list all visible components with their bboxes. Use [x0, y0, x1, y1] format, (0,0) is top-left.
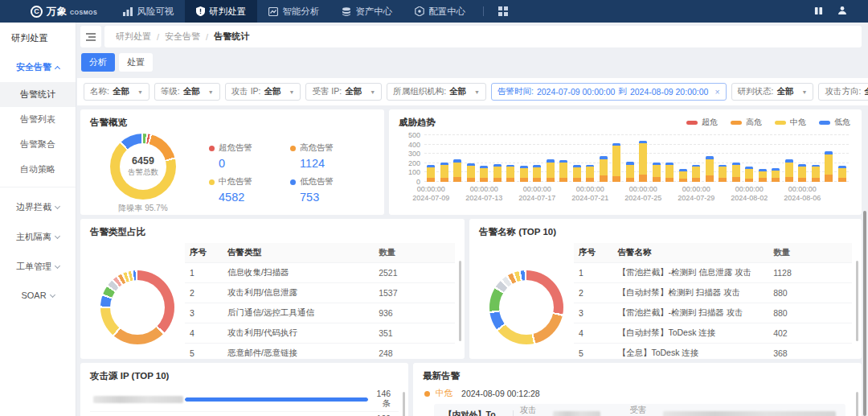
trend-bar: [547, 159, 555, 182]
trend-legend-低危[interactable]: 低危: [819, 117, 850, 128]
sidebar-group-工单管理[interactable]: 工单管理: [0, 252, 76, 282]
alert-event-name: 【内对外】ToDe...: [444, 410, 506, 416]
sidebar-group-主机隔离[interactable]: 主机隔离: [0, 222, 76, 252]
close-icon[interactable]: ×: [714, 87, 719, 97]
sidebar-divider: [0, 187, 76, 187]
nav-menu: 风险可视研判处置智能分析资产中心配置中心: [112, 0, 477, 23]
alert-type-table: 序号 告警类型 数量 1信息收集/扫描器25212攻击利用/信息泄露15373后…: [185, 243, 455, 363]
nav-divider: [483, 6, 484, 16]
legend-pill: [686, 121, 698, 125]
breadcrumb-item[interactable]: 研判处置: [116, 31, 151, 43]
x-axis-tick: 00:00:002024-07-13: [465, 185, 502, 203]
table-row: 5【全息】ToDesk 连接368: [574, 344, 852, 364]
nav-item-研判处置[interactable]: 研判处置: [185, 0, 257, 23]
legend-item-中危告警: 中危告警4582: [209, 176, 287, 204]
filter-select-研判状态[interactable]: 研判状态:全部▼: [731, 83, 814, 101]
legend-dot: [290, 179, 296, 185]
table-scrollbar[interactable]: [459, 261, 461, 341]
breadcrumb-separator: /: [157, 32, 159, 42]
alert-type-donut-chart: [100, 270, 174, 344]
filter-select-攻击方向[interactable]: 攻击方向:全部▼: [818, 83, 868, 101]
trend-bar: [467, 163, 475, 182]
caret-down-icon: ▼: [801, 89, 807, 95]
caret-down-icon: ▼: [474, 89, 480, 95]
breadcrumb-item[interactable]: 安全告警: [165, 31, 200, 43]
filter-select-攻击IP[interactable]: 攻击 IP:全部▼: [225, 83, 301, 101]
filter-select-等级[interactable]: 等级:全部▼: [154, 83, 220, 101]
noise-reduction: 降噪率 95.7%: [95, 203, 191, 214]
filter-time-range[interactable]: 告警时间:2024-07-09 00:00:00到2024-08-09 20:0…: [491, 83, 727, 101]
apps-grid-icon[interactable]: [490, 0, 516, 23]
redacted-attack-ip: [553, 411, 600, 416]
latest-alert-item[interactable]: 【内对外】ToDe... 攻击 IP: → 受害 IP:: [434, 404, 845, 416]
sidebar-subitems: 告警统计告警列表告警聚合自动策略: [0, 82, 76, 182]
trend-bar: [533, 165, 541, 182]
sidebar-group-边界拦截[interactable]: 边界拦截: [0, 192, 76, 222]
caret-down-icon: ▼: [208, 89, 214, 95]
trend-bar: [692, 165, 700, 182]
sidebar-groups: 边界拦截主机隔离工单管理SOAR: [0, 192, 76, 309]
trend-bar: [506, 165, 514, 182]
trend-legend-超危[interactable]: 超危: [686, 117, 718, 128]
nav-item-风险可视[interactable]: 风险可视: [112, 0, 185, 23]
trend-legend-高危[interactable]: 高危: [731, 117, 762, 128]
legend-dot: [209, 146, 215, 151]
filter-select-名称[interactable]: 名称:全部▼: [84, 83, 149, 101]
nav-item-资产中心[interactable]: 资产中心: [330, 0, 403, 23]
user-icon[interactable]: [837, 4, 847, 19]
trend-bar: [825, 151, 833, 182]
tab-处置[interactable]: 处置: [119, 53, 153, 72]
trend-bar: [759, 169, 767, 182]
table-scrollbar[interactable]: [403, 392, 405, 416]
table-row: 3【雷池拦截】-检测到 扫描器 攻击880: [574, 303, 852, 323]
trend-bar: [612, 143, 620, 182]
breadcrumb-row: 研判处置 / 安全告警 / 告警统计: [80, 26, 862, 47]
caret-down-icon: ▼: [137, 89, 143, 95]
collapse-sidebar-button[interactable]: [80, 26, 101, 47]
caret-down-icon: ▼: [370, 89, 375, 95]
trend-bar: [812, 165, 820, 182]
sidebar-group-security-alerts[interactable]: 安全告警: [0, 52, 76, 82]
attack-source-ip-card: 攻击源 IP (TOP 10) 146 条109 条: [80, 363, 408, 416]
sidebar-item-告警聚合[interactable]: 告警聚合: [0, 132, 76, 157]
severity-label: 中危: [436, 388, 452, 399]
chart-icon: [123, 7, 133, 16]
divider: [513, 410, 514, 416]
sidebar-item-告警统计[interactable]: 告警统计: [0, 82, 76, 107]
config-icon: [415, 6, 424, 16]
nav-item-配置中心[interactable]: 配置中心: [403, 0, 477, 23]
sidebar-group-SOAR[interactable]: SOAR: [0, 282, 76, 309]
legend-item-高危告警: 高危告警1124: [290, 142, 368, 170]
top-nav: C 万象 COSMOS 风险可视研判处置智能分析资产中心配置中心: [0, 0, 868, 23]
bar-count: 146 条: [368, 389, 399, 410]
layout-columns-icon[interactable]: [814, 4, 823, 19]
sidebar-item-自动策略[interactable]: 自动策略: [0, 157, 76, 182]
filter-select-受害IP[interactable]: 受害 IP:全部▼: [305, 83, 382, 101]
trend-bar: [745, 167, 753, 182]
chevron-down-icon: [55, 233, 60, 239]
row-overview-trend: 告警概览 6459 告警总数 降噪率 95.7% 超危告警0高: [80, 109, 862, 215]
analysis-icon: [268, 7, 278, 16]
nav-item-智能分析[interactable]: 智能分析: [257, 0, 330, 23]
table-scrollbar[interactable]: [856, 392, 858, 416]
overview-donut-chart: 6459 告警总数: [110, 134, 176, 200]
alert-name-card: 告警名称 (TOP 10) 序号 告警名称 数量 1【雷池拦截】-检测到 信息泄…: [469, 219, 862, 359]
arrow-right-icon: →: [607, 410, 616, 416]
x-axis-tick: 00:00:002024-07-09: [412, 185, 449, 203]
trend-legend-中危[interactable]: 中危: [775, 117, 806, 128]
page-scrollbar[interactable]: [863, 211, 866, 416]
column-header: 告警名称: [612, 243, 768, 263]
alert-total: 6459: [132, 155, 154, 167]
attack-ip-row: 109 条: [90, 412, 399, 416]
trend-bar: [665, 163, 674, 182]
attack-ip-label: 攻击 IP:: [520, 405, 547, 416]
filter-select-所属组织机构[interactable]: 所属组织机构:全部▼: [387, 83, 486, 101]
table-scrollbar[interactable]: [856, 261, 858, 341]
tab-分析[interactable]: 分析: [81, 53, 115, 72]
sidebar-item-告警列表[interactable]: 告警列表: [0, 107, 76, 132]
trend-bar: [520, 166, 528, 182]
caret-down-icon: ▼: [289, 89, 294, 95]
breadcrumb: 研判处置 / 安全告警 / 告警统计: [104, 26, 862, 47]
legend-pill: [819, 121, 830, 125]
legend-value: 0: [219, 157, 287, 170]
